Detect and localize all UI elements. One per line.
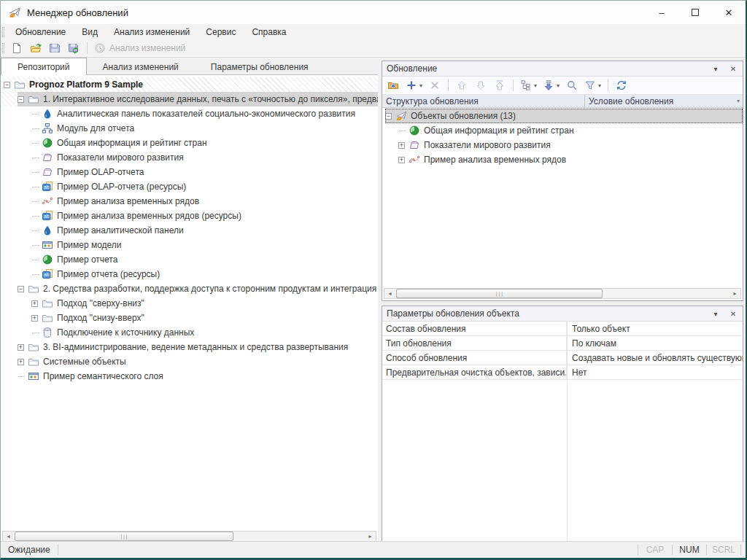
menu-справка[interactable]: Справка [244,26,294,39]
menu-анализ-изменений[interactable]: Анализ изменений [106,26,198,39]
status-indicator-cap: CAP [638,545,672,555]
tree-item[interactable]: −Prognoz Platform 9 Sample [1,77,378,92]
update-hscrollbar[interactable]: ◂ ▸ [384,288,741,299]
tree-item[interactable]: Пример анализа временных рядов [1,194,378,209]
expand-icon[interactable]: + [18,359,24,365]
param-value[interactable]: Создавать новые и обновлять существующие [567,351,743,365]
datasource-icon [42,327,53,338]
maximize-button[interactable] [678,1,712,24]
tree-item[interactable]: +3. BI-администрирование, ведение метада… [1,340,378,354]
menu-сервис[interactable]: Сервис [198,26,244,39]
tree-item[interactable]: Общая информация и рейтинг стран [1,136,378,150]
toolbar-grip[interactable] [2,43,4,53]
tree-item[interactable]: Модуль для отчета [1,121,378,136]
scroll-thumb[interactable] [15,532,233,541]
tab-репозиторий[interactable]: Репозиторий [1,58,87,75]
panel-menu-button[interactable]: ▾ [711,310,721,318]
column-filter-icon[interactable]: ▾ [737,98,740,104]
refresh-button[interactable] [612,77,631,93]
move-up-button [452,77,471,93]
scroll-left-icon[interactable]: ◂ [3,532,14,541]
tree-item[interactable]: abПример отчета (ресурсы) [1,267,378,281]
statusbar: Ожидание CAPNUMSCRL [1,541,746,558]
collapse-icon[interactable]: − [385,113,392,120]
expand-icon[interactable]: + [18,344,24,351]
save-to-repository-button[interactable] [64,40,83,56]
menu-обновление[interactable]: Обновление [7,26,74,39]
tree-item-label: 1. Интерактивное исследование данных, пе… [43,94,378,104]
chevron-down-icon[interactable]: ▾ [534,82,537,89]
add-object-button[interactable]: ▾ [403,77,425,93]
panel-close-button[interactable]: ✕ [728,310,738,318]
param-value[interactable]: Нет [567,365,743,379]
collapse-icon[interactable]: − [18,286,24,292]
tree-item[interactable]: abПример анализа временных рядов (ресурс… [1,209,378,223]
scroll-track[interactable] [395,289,729,298]
menu-вид[interactable]: Вид [74,26,106,39]
tree-item[interactable]: Пример модели [1,238,378,252]
search-button[interactable] [562,77,581,93]
tree-item[interactable]: +Подход "снизу-вверх" [1,311,378,325]
tree-item[interactable]: Показатели мирового развития [1,150,378,165]
tree-item[interactable]: +Подход "сверху-вниз" [1,296,378,311]
new-update-button[interactable] [7,40,26,56]
scroll-right-icon[interactable]: ▸ [729,289,740,298]
repository-hscrollbar[interactable]: ◂ ▸ [2,531,376,542]
load-order-button[interactable]: ▾ [540,77,562,93]
param-name: Состав обновления [382,322,567,335]
tree-item[interactable]: Пример семантического слоя [1,369,378,384]
tree-item[interactable]: Пример отчета [1,252,378,267]
column-condition[interactable]: Условие обновления [585,95,743,107]
tree-item[interactable]: +Показатели мирового развития [382,138,743,152]
param-name: Предварительная очистка объектов, зависи… [382,365,567,379]
tab-анализ-изменений[interactable]: Анализ изменений [87,59,195,75]
tree-item[interactable]: +Пример анализа временных рядов [382,152,743,167]
open-folder-icon [30,42,42,54]
close-button[interactable]: ✕ [712,1,746,24]
view-mode-button[interactable]: ▾ [517,77,540,93]
tree-item[interactable]: Аналитическая панель показателей социаль… [1,106,378,121]
tree-item[interactable]: abПример OLAP-отчета (ресурсы) [1,179,378,194]
expand-icon[interactable]: + [398,157,405,163]
panel-close-button[interactable]: ✕ [728,65,738,73]
tab-параметры-обновления[interactable]: Параметры обновления [195,59,325,75]
create-update-button[interactable] [384,77,403,93]
tree-item[interactable]: −1. Интерактивное исследование данных, п… [1,92,378,106]
chevron-down-icon[interactable]: ▾ [419,82,422,89]
scroll-thumb[interactable] [396,289,603,298]
collapse-icon[interactable]: − [4,82,10,88]
panel-menu-button[interactable]: ▾ [711,65,721,73]
expand-icon[interactable]: + [31,315,38,322]
filter-button[interactable]: ▾ [581,77,604,93]
scroll-left-icon[interactable]: ◂ [384,289,395,298]
tree-line [31,179,42,194]
tree-item[interactable]: Подключение к источнику данных [1,325,378,340]
filter-icon [584,79,596,91]
expand-icon[interactable]: + [398,142,405,149]
column-structure[interactable]: Структура обновления [382,95,585,107]
tree-item[interactable]: −2. Средства разработки, поддержка досту… [1,281,378,296]
collapse-icon[interactable]: − [18,96,24,103]
menubar-grip[interactable] [2,27,4,37]
scroll-track[interactable] [14,532,365,541]
dashboard-icon [42,108,53,120]
param-value[interactable]: Только объект [567,322,743,335]
resource-icon: ab [42,181,53,192]
tree-item[interactable]: Пример аналитической панели [1,223,378,238]
expand-icon[interactable]: + [31,300,38,307]
search-icon [566,79,578,91]
tree-item[interactable]: Общая информация и рейтинг стран [382,123,743,138]
open-update-button[interactable] [26,40,45,56]
timeseries-icon [42,195,53,207]
status-indicator-num: NUM [673,545,706,555]
chevron-down-icon[interactable]: ▾ [557,82,560,89]
chevron-down-icon: ▾ [713,65,717,73]
minimize-button[interactable]: – [645,1,678,24]
param-value[interactable]: По ключам [567,336,743,350]
tree-item[interactable]: Пример OLAP-отчета [1,165,378,179]
tree-item[interactable]: −Объекты обновления (13) [382,109,743,123]
scroll-right-icon[interactable]: ▸ [365,532,376,541]
tree-item[interactable]: +Системные объекты [1,354,378,369]
chevron-down-icon[interactable]: ▾ [598,82,601,89]
left-pane: РепозиторийАнализ измененийПараметры обн… [1,58,378,544]
